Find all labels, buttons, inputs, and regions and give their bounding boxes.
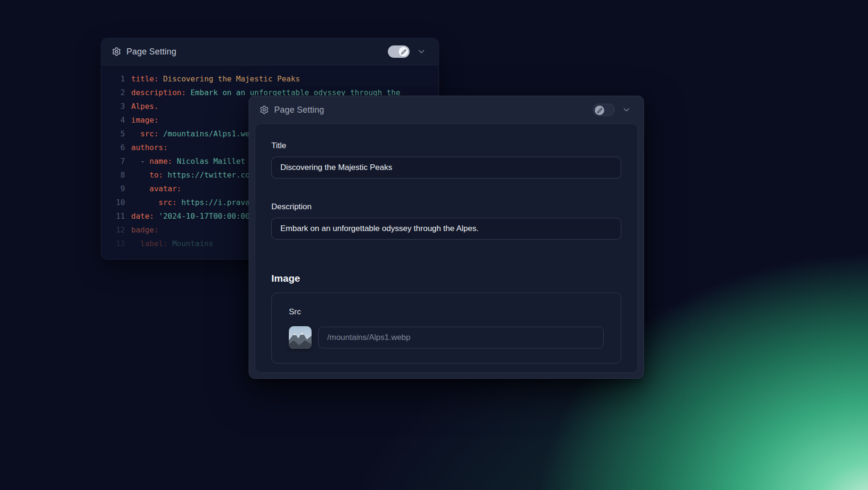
line-number: 9 bbox=[113, 182, 125, 196]
app-background: Page Setting 1title: Discovering the Maj… bbox=[0, 0, 868, 490]
editor-mode-toggle[interactable] bbox=[593, 104, 615, 116]
description-input[interactable] bbox=[271, 218, 621, 240]
page-setting-form: Title Description Image Src bbox=[255, 124, 638, 373]
code-line: 1title: Discovering the Majestic Peaks bbox=[113, 72, 429, 86]
code-text: title: Discovering the Majestic Peaks bbox=[131, 72, 300, 86]
code-text: - name: Nicolas Maillet bbox=[131, 154, 245, 168]
line-number: 7 bbox=[113, 154, 125, 168]
pencil-icon bbox=[401, 49, 406, 54]
title-label: Title bbox=[271, 141, 621, 151]
panel-title: Page Setting bbox=[126, 47, 176, 57]
line-number: 10 bbox=[113, 196, 125, 209]
editor-mode-toggle[interactable] bbox=[388, 45, 410, 58]
src-input[interactable] bbox=[318, 327, 604, 348]
gear-icon bbox=[112, 47, 121, 56]
src-label: Src bbox=[289, 307, 604, 317]
code-panel-header: Page Setting bbox=[101, 38, 438, 65]
image-thumbnail[interactable] bbox=[289, 326, 312, 349]
line-number: 3 bbox=[113, 99, 125, 113]
src-row bbox=[289, 326, 604, 349]
line-number: 5 bbox=[113, 127, 125, 141]
pencil-icon bbox=[597, 108, 602, 113]
code-text: to: https://twitter.com/ bbox=[131, 168, 259, 182]
line-number: 2 bbox=[113, 86, 125, 99]
panel-title: Page Setting bbox=[274, 105, 324, 115]
code-text: image: bbox=[131, 113, 159, 127]
image-section-heading: Image bbox=[271, 273, 621, 284]
line-number: 6 bbox=[113, 141, 125, 154]
mountain-photo bbox=[289, 326, 312, 349]
toggle-knob bbox=[399, 47, 408, 56]
title-field: Title bbox=[271, 141, 621, 178]
chevron-down-icon bbox=[622, 105, 631, 115]
page-setting-panel-form: Page Setting Title Descri bbox=[249, 96, 644, 379]
code-text: authors: bbox=[131, 141, 168, 154]
line-number: 12 bbox=[113, 223, 125, 237]
gear-icon bbox=[260, 105, 269, 115]
chevron-down-icon bbox=[417, 47, 426, 56]
line-number: 1 bbox=[113, 72, 125, 86]
title-input[interactable] bbox=[271, 157, 621, 178]
line-number: 13 bbox=[113, 237, 125, 250]
line-number: 11 bbox=[113, 209, 125, 223]
line-number: 8 bbox=[113, 168, 125, 182]
code-text: badge: bbox=[131, 223, 159, 237]
collapse-panel-button[interactable] bbox=[620, 103, 633, 116]
collapse-panel-button[interactable] bbox=[415, 45, 428, 58]
form-panel-header: Page Setting bbox=[249, 96, 644, 124]
line-number: 4 bbox=[113, 113, 125, 127]
image-group: Src bbox=[271, 293, 621, 364]
code-text: avatar: bbox=[131, 182, 181, 196]
description-label: Description bbox=[271, 202, 621, 212]
code-text: Alpes. bbox=[131, 99, 159, 113]
code-text: src: /mountains/Alps1.webp bbox=[131, 127, 259, 141]
description-field: Description bbox=[271, 202, 621, 240]
toggle-knob bbox=[595, 106, 604, 115]
code-text: label: Mountains bbox=[131, 237, 213, 250]
